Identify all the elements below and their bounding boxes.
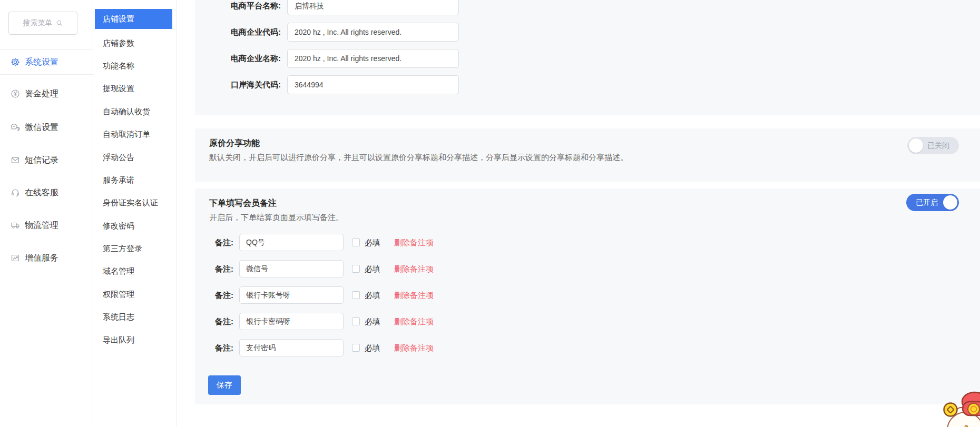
sidebar-item-value-added[interactable]: 增值服务 bbox=[0, 245, 93, 271]
required-label: 必填 bbox=[365, 339, 380, 356]
remark-label: 备注: bbox=[215, 234, 233, 251]
remark-label: 备注: bbox=[215, 313, 233, 330]
sidebar-item-label: 在线客服 bbox=[25, 187, 58, 198]
toggle-label: 已关闭 bbox=[927, 137, 949, 154]
submenu-item-feature-names[interactable]: 功能名称 bbox=[93, 55, 177, 77]
remark-row: 备注: 微信号 必填 删除备注项 bbox=[195, 260, 980, 277]
required-checkbox[interactable] bbox=[352, 291, 360, 299]
sidebar-item-label: 资金处理 bbox=[25, 88, 58, 100]
required-checkbox[interactable] bbox=[352, 239, 360, 246]
order-remarks-description: 开启后，下单结算页面显示填写备注。 bbox=[209, 213, 344, 223]
enterprise-code-input[interactable]: 2020 hz , Inc. All rights reserved. bbox=[287, 23, 459, 42]
submenu-item-third-party-login[interactable]: 第三方登录 bbox=[93, 237, 177, 260]
toggle-knob bbox=[909, 138, 923, 153]
delete-remark-link[interactable]: 删除备注项 bbox=[394, 286, 434, 304]
submenu-item-floating-notice[interactable]: 浮动公告 bbox=[93, 146, 177, 168]
delete-remark-link[interactable]: 删除备注项 bbox=[394, 260, 434, 277]
field-label-customs-code: 口岸海关代码: bbox=[216, 75, 281, 94]
truck-icon bbox=[11, 221, 20, 230]
order-remarks-toggle[interactable]: 已开启 bbox=[906, 194, 959, 211]
submenu-item-auto-confirm[interactable]: 自动确认收货 bbox=[93, 101, 177, 123]
submenu-list: 店铺设置 店铺参数 功能名称 提现设置 自动确认收货 自动取消订单 浮动公告 服… bbox=[93, 9, 177, 352]
sidebar-item-sms[interactable]: 短信记录 bbox=[0, 147, 93, 173]
submenu-item-auto-cancel[interactable]: 自动取消订单 bbox=[93, 123, 177, 146]
toggle-knob bbox=[943, 195, 957, 210]
price-share-toggle[interactable]: 已关闭 bbox=[907, 137, 959, 154]
remark-input[interactable]: 支付密码 bbox=[239, 339, 344, 356]
yuan-coin-icon bbox=[11, 89, 20, 98]
submenu-item-permission-management[interactable]: 权限管理 bbox=[93, 283, 177, 306]
remark-label: 备注: bbox=[215, 286, 233, 304]
sidebar-item-funds[interactable]: 资金处理 bbox=[0, 81, 93, 106]
submenu-item-service-promise[interactable]: 服务承诺 bbox=[93, 169, 177, 192]
required-label: 必填 bbox=[365, 313, 380, 330]
price-share-card: 原价分享功能 默认关闭，开启后可以进行原价分享，并且可以设置原价分享标题和分享描… bbox=[195, 128, 980, 182]
remark-row: 备注: QQ号 必填 删除备注项 bbox=[195, 234, 980, 251]
delete-remark-link[interactable]: 删除备注项 bbox=[394, 339, 434, 356]
order-remarks-card: 下单填写会员备注 开启后，下单结算页面显示填写备注。 已开启 备注: QQ号 必… bbox=[195, 188, 980, 404]
wechat-icon bbox=[11, 123, 20, 132]
trend-chart-icon bbox=[11, 253, 20, 263]
remark-label: 备注: bbox=[215, 260, 233, 277]
sidebar-item-label: 短信记录 bbox=[25, 155, 58, 166]
sidebar-item-label: 微信设置 bbox=[25, 122, 58, 133]
search-input[interactable]: 搜索菜单 bbox=[8, 12, 77, 35]
headset-icon bbox=[11, 188, 20, 197]
field-label-enterprise-code: 电商企业代码: bbox=[216, 23, 281, 42]
sidebar-item-label: 增值服务 bbox=[25, 253, 58, 264]
gear-icon bbox=[11, 57, 20, 67]
delete-remark-link[interactable]: 删除备注项 bbox=[394, 313, 434, 330]
submenu-item-shop-settings[interactable]: 店铺设置 bbox=[95, 9, 172, 29]
delete-remark-link[interactable]: 删除备注项 bbox=[394, 234, 434, 251]
price-share-description: 默认关闭，开启后可以进行原价分享，并且可以设置原价分享标题和分享描述，分享后显示… bbox=[209, 153, 628, 163]
remark-row: 备注: 支付密码 必填 删除备注项 bbox=[195, 339, 980, 356]
save-button[interactable]: 保存 bbox=[208, 375, 241, 395]
required-label: 必填 bbox=[365, 260, 380, 277]
submenu-item-shop-params[interactable]: 店铺参数 bbox=[93, 32, 177, 54]
field-label-enterprise-name: 电商企业名称: bbox=[216, 49, 281, 68]
required-checkbox[interactable] bbox=[352, 317, 360, 325]
field-label-platform-name: 电商平台名称: bbox=[216, 0, 281, 15]
sidebar-item-logistics[interactable]: 物流管理 bbox=[0, 213, 93, 238]
required-label: 必填 bbox=[365, 286, 380, 304]
required-checkbox[interactable] bbox=[352, 265, 360, 273]
search-icon bbox=[56, 19, 63, 27]
primary-sidebar: 搜索菜单 系统设置 资金处理 微信设置 短信 bbox=[0, 0, 93, 427]
submenu-item-domain-management[interactable]: 域名管理 bbox=[93, 260, 177, 283]
remark-label: 备注: bbox=[215, 339, 233, 356]
toggle-label: 已开启 bbox=[916, 194, 938, 211]
order-remarks-title: 下单填写会员备注 bbox=[209, 198, 277, 209]
submenu-item-withdraw-settings[interactable]: 提现设置 bbox=[93, 77, 177, 100]
sidebar-item-customer-service[interactable]: 在线客服 bbox=[0, 180, 93, 205]
submenu-item-export-queue[interactable]: 导出队列 bbox=[93, 329, 177, 351]
required-checkbox[interactable] bbox=[352, 344, 360, 352]
secondary-sidebar: 店铺设置 店铺参数 功能名称 提现设置 自动确认收货 自动取消订单 浮动公告 服… bbox=[93, 0, 177, 427]
remark-input[interactable]: QQ号 bbox=[239, 234, 344, 251]
remark-row: 备注: 银行卡密码呀 必填 删除备注项 bbox=[195, 313, 980, 330]
customs-code-input[interactable]: 3644994 bbox=[287, 75, 459, 94]
sidebar-item-label: 物流管理 bbox=[25, 220, 58, 231]
sidebar-item-label: 系统设置 bbox=[25, 57, 58, 68]
sidebar-item-wechat[interactable]: 微信设置 bbox=[0, 115, 93, 140]
search-placeholder: 搜索菜单 bbox=[23, 18, 53, 28]
remark-input[interactable]: 银行卡账号呀 bbox=[239, 286, 344, 304]
envelope-icon bbox=[11, 155, 20, 165]
remark-input[interactable]: 微信号 bbox=[239, 260, 344, 277]
remark-row: 备注: 银行卡账号呀 必填 删除备注项 bbox=[195, 286, 980, 304]
sidebar-item-system-settings[interactable]: 系统设置 bbox=[0, 49, 93, 75]
shop-info-card: 电商平台名称: 启博科技 电商企业代码: 2020 hz , Inc. All … bbox=[195, 0, 980, 115]
main-content: 电商平台名称: 启博科技 电商企业代码: 2020 hz , Inc. All … bbox=[177, 0, 980, 427]
required-label: 必填 bbox=[365, 234, 380, 251]
red-envelope-mascot bbox=[934, 388, 980, 427]
submenu-item-system-logs[interactable]: 系统日志 bbox=[93, 306, 177, 329]
enterprise-name-input[interactable]: 2020 hz , Inc. All rights reserved. bbox=[287, 49, 459, 68]
price-share-title: 原价分享功能 bbox=[209, 138, 260, 149]
platform-name-input[interactable]: 启博科技 bbox=[287, 0, 459, 15]
submenu-item-change-password[interactable]: 修改密码 bbox=[93, 215, 177, 237]
remark-input[interactable]: 银行卡密码呀 bbox=[239, 313, 344, 330]
submenu-item-id-verification[interactable]: 身份证实名认证 bbox=[93, 192, 177, 214]
